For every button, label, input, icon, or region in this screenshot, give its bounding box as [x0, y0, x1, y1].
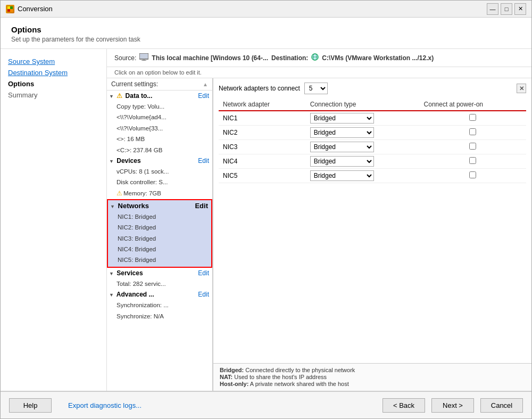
svg-rect-3 — [7, 9, 10, 12]
nic-power-checkbox-3[interactable] — [469, 143, 476, 150]
close-button[interactable]: ✕ — [514, 3, 526, 15]
svg-rect-2 — [10, 9, 13, 12]
left-panel: Current settings: ▲ ▼ ⚠ Data to... Edit … — [107, 78, 213, 391]
page-header: Options Set up the parameters for the co… — [1, 18, 531, 49]
export-logs-button[interactable]: Export diagnostic logs... — [58, 398, 152, 413]
nic-power-5[interactable] — [420, 169, 526, 183]
nic-connection-2[interactable]: Bridged NAT Host-only Custom — [306, 126, 420, 140]
nic-name-1: NIC1 — [219, 111, 306, 126]
window-title: Conversion — [18, 5, 53, 13]
current-settings-label: Current settings: — [111, 80, 158, 88]
nic-power-1[interactable] — [420, 111, 526, 126]
svg-rect-4 — [10, 6, 13, 9]
nic-connection-select-3[interactable]: Bridged NAT Host-only Custom — [310, 142, 374, 152]
adapter-count-label: Network adapters to connect — [219, 85, 300, 92]
sidebar-item-options: Options — [6, 79, 101, 89]
close-network-panel-button[interactable]: ✕ — [517, 84, 526, 93]
nic-power-checkbox-1[interactable] — [469, 114, 476, 121]
devices-edit-link[interactable]: Edit — [198, 157, 209, 165]
nic-name-3: NIC3 — [219, 140, 306, 154]
services-section-label: Services — [117, 269, 143, 277]
svg-rect-8 — [142, 60, 146, 61]
nic-connection-1[interactable]: Bridged NAT Host-only Custom — [306, 111, 420, 126]
nic-connection-select-1[interactable]: Bridged NAT Host-only Custom — [310, 113, 374, 124]
nic2-item: NIC2: Bridged — [108, 222, 211, 233]
monitor-icon — [139, 53, 148, 62]
back-button[interactable]: < Back — [383, 398, 425, 413]
main-window: Conversion — □ ✕ Options Set up the para… — [0, 0, 532, 419]
networks-section: ▼ Networks Edit NIC1: Bridged NIC2: Brid… — [107, 199, 212, 268]
source-value: This local machine [Windows 10 (64-... — [152, 54, 268, 62]
devices-item-1: vCPUs: 8 (1 sock... — [107, 166, 212, 177]
nic-power-3[interactable] — [420, 140, 526, 154]
networks-section-header[interactable]: ▼ Networks Edit — [108, 200, 211, 211]
services-edit-link[interactable]: Edit — [198, 269, 209, 277]
globe-icon — [311, 53, 319, 62]
nic-connection-select-5[interactable]: Bridged NAT Host-only Custom — [310, 170, 374, 181]
col-header-adapter: Network adapter — [219, 98, 306, 111]
destination-value: C:\VMs (VMware Workstation .../12.x) — [322, 54, 434, 62]
table-row: NIC3 Bridged NAT Host-only Custom — [219, 140, 526, 154]
col-header-connection: Connection type — [306, 98, 420, 111]
data-item-2: <\\?\Volume{ad4... — [107, 112, 212, 122]
legend-bridged: Bridged: Connected directly to the physi… — [220, 367, 525, 373]
svg-rect-6 — [140, 54, 148, 59]
legend-bridged-desc: Connected directly to the physical netwo… — [245, 367, 355, 373]
nic-name-4: NIC4 — [219, 154, 306, 169]
data-item-5: <C:>: 237.84 GB — [107, 145, 212, 155]
table-row: NIC4 Bridged NAT Host-only Custom — [219, 154, 526, 169]
sidebar-item-destination[interactable]: Destination System — [6, 68, 101, 78]
nic-connection-5[interactable]: Bridged NAT Host-only Custom — [306, 169, 420, 183]
advanced-section-header[interactable]: ▼ Advanced ... Edit — [107, 289, 212, 300]
adapter-count-select[interactable]: 5 1 2 3 4 6 7 8 9 10 — [304, 83, 328, 94]
nic4-item: NIC4: Bridged — [108, 244, 211, 254]
networks-edit-link[interactable]: Edit — [195, 202, 208, 210]
restore-button[interactable]: □ — [501, 3, 512, 15]
content-area: Source: This local machine [Windows 10 (… — [107, 49, 531, 391]
legend-hostonly-desc: A private network shared with the host — [250, 381, 349, 387]
nic-connection-select-2[interactable]: Bridged NAT Host-only Custom — [310, 127, 374, 138]
next-button[interactable]: Next > — [431, 398, 474, 413]
devices-item-2: Disk controller: S... — [107, 177, 212, 187]
services-section-header[interactable]: ▼ Services Edit — [107, 268, 212, 278]
right-panel: Network adapters to connect 5 1 2 3 4 6 … — [213, 78, 531, 391]
left-panel-header: Current settings: ▲ — [107, 78, 212, 91]
nic1-item: NIC1: Bridged — [108, 211, 211, 222]
data-item-1: Copy type: Volu... — [107, 101, 212, 112]
legend-area: Bridged: Connected directly to the physi… — [213, 363, 531, 391]
nic-power-2[interactable] — [420, 126, 526, 140]
nic-power-checkbox-4[interactable] — [469, 157, 476, 164]
sidebar-item-summary: Summary — [6, 90, 101, 100]
advanced-section-label: Advanced ... — [117, 291, 154, 298]
cancel-button[interactable]: Cancel — [480, 398, 523, 413]
nic-table: Network adapter Connection type Connect … — [219, 98, 526, 183]
network-table-container: Network adapters to connect 5 1 2 3 4 6 … — [213, 78, 531, 363]
networks-body: NIC1: Bridged NIC2: Bridged NIC3: Bridge… — [108, 211, 211, 267]
data-edit-link[interactable]: Edit — [198, 92, 209, 100]
devices-section-header[interactable]: ▼ Devices Edit — [107, 155, 212, 166]
nic3-item: NIC3: Bridged — [108, 233, 211, 244]
nic-power-checkbox-5[interactable] — [469, 171, 476, 178]
nic-connection-4[interactable]: Bridged NAT Host-only Custom — [306, 154, 420, 169]
advanced-edit-link[interactable]: Edit — [198, 291, 209, 298]
sidebar-item-source[interactable]: Source System — [6, 56, 101, 67]
data-section-label: Data to... — [126, 92, 153, 100]
data-section-header[interactable]: ▼ ⚠ Data to... Edit — [107, 91, 212, 101]
app-icon — [6, 5, 14, 13]
nic-power-checkbox-2[interactable] — [469, 128, 476, 135]
advanced-item-1: Synchronization: ... — [107, 300, 212, 310]
legend-nat-key: NAT: — [220, 374, 232, 380]
minimize-button[interactable]: — — [487, 3, 498, 15]
legend-hostonly: Host-only: A private network shared with… — [220, 381, 525, 387]
split-area: Current settings: ▲ ▼ ⚠ Data to... Edit … — [107, 78, 531, 391]
help-button[interactable]: Help — [9, 398, 52, 413]
col-header-connect-power: Connect at power-on — [420, 98, 526, 111]
services-item-1: Total: 282 servic... — [107, 278, 212, 289]
nic-connection-select-4[interactable]: Bridged NAT Host-only Custom — [310, 156, 374, 167]
nic-connection-3[interactable]: Bridged NAT Host-only Custom — [306, 140, 420, 154]
source-label: Source: — [114, 54, 136, 62]
table-row: NIC2 Bridged NAT Host-only Custom — [219, 126, 526, 140]
nic-power-4[interactable] — [420, 154, 526, 169]
advanced-item-2: Synchronize: N/A — [107, 311, 212, 322]
click-hint: Click on an option below to edit it. — [107, 67, 531, 78]
